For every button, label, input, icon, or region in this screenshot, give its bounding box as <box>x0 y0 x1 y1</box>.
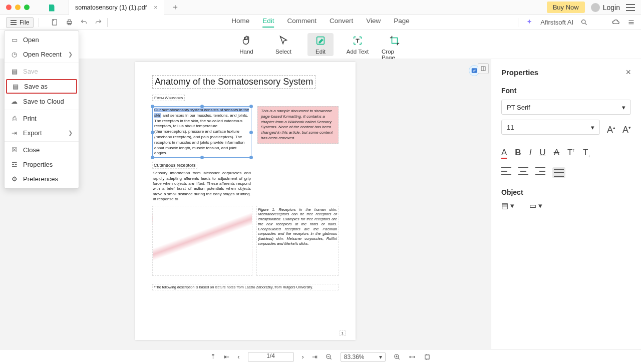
font-family-select[interactable]: PT Serif ▾ <box>501 100 631 115</box>
hand-icon <box>240 35 252 47</box>
first-page-icon[interactable]: ⇤ <box>224 353 229 360</box>
file-menu-preferences[interactable]: ⚙Preferences <box>5 172 79 186</box>
underline-icon[interactable]: U <box>539 148 545 159</box>
italic-icon[interactable]: I <box>529 148 532 159</box>
page-number: 1 <box>340 330 346 336</box>
collapse-panel-button[interactable] <box>478 63 489 74</box>
subheading: Cutaneous receptors <box>152 162 197 169</box>
close-window-icon[interactable] <box>6 5 12 10</box>
file-menu-open[interactable]: ▭Open <box>5 33 79 47</box>
tab-comment[interactable]: Comment <box>287 17 316 28</box>
zoom-out-icon[interactable] <box>326 353 333 360</box>
file-menu-open-recent[interactable]: ◷Open Recent❯ <box>5 47 79 62</box>
align-center-icon[interactable] <box>518 167 528 178</box>
panel-toggle-icon[interactable] <box>627 19 635 26</box>
decrease-font-icon[interactable]: A▾ <box>622 125 631 135</box>
save-as-icon: ▤ <box>12 83 19 90</box>
new-tab-button[interactable]: ＋ <box>171 2 179 13</box>
chevron-down-icon: ▾ <box>622 104 625 111</box>
tool-select[interactable]: Select <box>270 33 296 56</box>
tab-page[interactable]: Page <box>394 17 410 28</box>
status-bar: ⤒ ⇤ ‹ 1/4 › ⇥ 83.36%▾ <box>0 349 641 364</box>
maximize-window-icon[interactable] <box>24 5 30 10</box>
window-controls <box>0 5 36 10</box>
tab-home[interactable]: Home <box>231 17 249 28</box>
text-color-icon[interactable]: A <box>501 148 507 159</box>
save-file-icon: ▤ <box>11 68 18 75</box>
add-text-icon <box>352 35 364 47</box>
zoom-select[interactable]: 83.36%▾ <box>341 352 386 362</box>
tab-convert[interactable]: Convert <box>330 17 353 28</box>
align-left-icon[interactable] <box>501 167 511 178</box>
ai-label[interactable]: Afirstsoft AI <box>540 19 573 26</box>
tool-hand[interactable]: Hand <box>233 33 259 56</box>
hamburger-icon <box>11 20 17 25</box>
close-tab-icon[interactable]: × <box>154 4 158 11</box>
tool-crop-page[interactable]: Crop Page <box>382 33 408 62</box>
tab-view[interactable]: View <box>366 17 381 28</box>
superscript-icon[interactable]: T↑ <box>567 148 575 159</box>
app-menu-icon[interactable] <box>626 4 635 11</box>
chevron-right-icon: ❯ <box>68 51 73 58</box>
undo-icon[interactable] <box>80 19 88 26</box>
close-properties-icon[interactable]: × <box>625 67 631 78</box>
bold-icon[interactable]: B <box>515 148 521 159</box>
login-button[interactable]: Login <box>591 3 620 12</box>
zoom-in-icon[interactable] <box>394 353 401 360</box>
cloud-icon[interactable] <box>612 18 620 27</box>
recent-icon: ◷ <box>11 51 18 58</box>
fit-width-icon[interactable] <box>409 353 416 360</box>
tab-edit[interactable]: Edit <box>262 17 274 28</box>
export-icon: ⇥ <box>11 129 18 137</box>
selected-text-box[interactable]: Our somatosensory system consists of sen… <box>152 106 251 158</box>
save-icon[interactable] <box>51 19 59 26</box>
next-page-icon[interactable]: › <box>302 353 304 360</box>
svg-text:W: W <box>473 69 476 72</box>
minimize-window-icon[interactable] <box>15 5 21 10</box>
file-menu-properties[interactable]: ☲Properties <box>5 157 79 172</box>
file-menu-print[interactable]: ⎙Print <box>5 111 79 126</box>
subscript-icon[interactable]: T↓ <box>583 148 590 159</box>
fit-page-icon[interactable] <box>424 353 431 360</box>
font-size-value: 11 <box>507 124 514 131</box>
align-right-icon[interactable] <box>535 167 545 178</box>
main-area: W Anatomy of the Somatosensory System Fr… <box>0 59 641 349</box>
strikethrough-icon[interactable]: A <box>554 148 559 159</box>
file-menu-save-cloud[interactable]: ☁Save to Cloud <box>5 94 79 109</box>
document-tab[interactable]: somatosensory (1) (1).pdf × <box>69 0 164 15</box>
search-icon[interactable] <box>580 19 588 26</box>
object-arrange-icon[interactable]: ▭ ▾ <box>529 201 542 210</box>
file-label: File <box>20 19 29 26</box>
svg-point-4 <box>582 20 586 24</box>
object-align-icon[interactable]: ▤ ▾ <box>501 201 514 210</box>
body-paragraph: Sensory information from Meissner corpus… <box>152 170 251 202</box>
align-justify-icon[interactable] <box>552 167 565 178</box>
prev-page-icon[interactable]: ‹ <box>237 353 239 360</box>
page-input[interactable]: 1/4 <box>248 352 294 362</box>
login-label: Login <box>603 4 620 12</box>
avatar-icon <box>591 3 600 12</box>
tool-edit[interactable]: Edit <box>307 33 334 56</box>
cursor-icon <box>277 35 289 47</box>
file-menu-close[interactable]: ☒Close <box>5 143 79 157</box>
edit-tools: Hand Select Edit Add Text Crop Page <box>0 30 641 59</box>
increase-font-icon[interactable]: A▴ <box>607 125 615 135</box>
last-page-icon[interactable]: ⇥ <box>312 353 317 360</box>
cloud-save-icon: ☁ <box>11 98 18 105</box>
font-size-select[interactable]: 11 ▾ <box>501 120 600 135</box>
align-row <box>501 167 631 178</box>
tool-add-text[interactable]: Add Text <box>345 33 371 56</box>
scroll-top-icon[interactable]: ⤒ <box>210 353 216 360</box>
figure-caption: Figure 1: Receptors in the human skin: M… <box>256 206 339 276</box>
preferences-icon: ⚙ <box>11 175 18 183</box>
print-icon[interactable] <box>66 19 73 26</box>
file-menu-export[interactable]: ⇥Export❯ <box>5 126 79 140</box>
svg-rect-0 <box>53 20 57 25</box>
pdf-page[interactable]: Anatomy of the Somatosensory System From… <box>135 62 356 340</box>
file-button[interactable]: File <box>6 17 34 28</box>
sample-note: This is a sample document to showcase pa… <box>257 106 339 144</box>
file-menu-save-as[interactable]: ▤Save as <box>6 79 77 94</box>
redo-icon[interactable] <box>95 19 102 26</box>
buy-now-button[interactable]: Buy Now <box>547 2 585 13</box>
properties-title: Properties <box>501 68 538 77</box>
